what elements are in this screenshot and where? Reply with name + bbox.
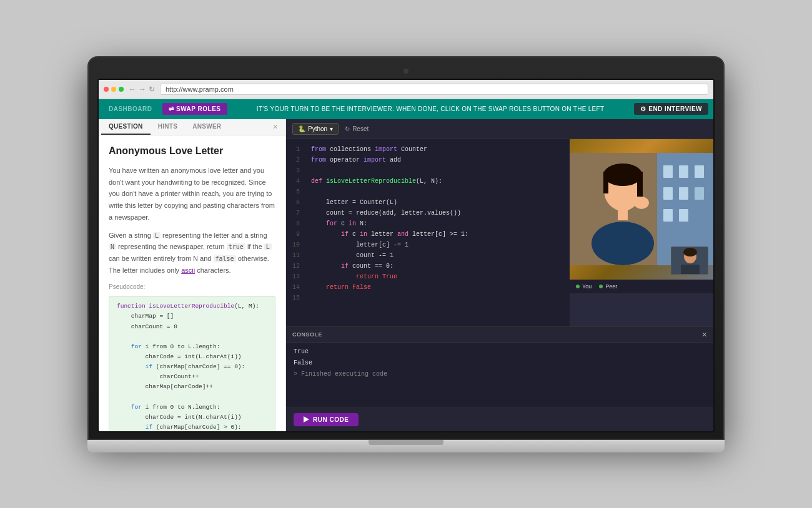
line-numbers: 123456789101112131415 xyxy=(286,144,306,321)
editor-main: 123456789101112131415 from collections i… xyxy=(286,139,713,326)
pseudocode-block: function isLoveLetterReproducible(L, M):… xyxy=(109,296,275,431)
inline-code-L2: L xyxy=(264,243,272,250)
svg-point-16 xyxy=(634,197,649,209)
peer-video-thumbnail xyxy=(671,247,708,275)
run-code-label: RUN CODE xyxy=(313,416,349,423)
console-line-1: True xyxy=(294,346,706,358)
code-area: 123456789101112131415 from collections i… xyxy=(286,139,570,326)
main-content: QUESTION HINTS ANSWER × Anonymous Love L… xyxy=(99,119,713,431)
swap-icon: ⇌ xyxy=(169,105,174,112)
console-panel: CONSOLE × True False > Finished executin… xyxy=(286,326,713,408)
question-body-p1: You have written an anonymous love lette… xyxy=(109,165,275,223)
refresh-icon[interactable]: ↻ xyxy=(149,85,155,94)
svg-point-11 xyxy=(603,164,642,186)
you-indicator xyxy=(576,285,580,288)
video-feed: You Peer xyxy=(570,139,713,326)
laptop-hinge xyxy=(369,440,443,445)
video-panel: You Peer xyxy=(570,139,713,326)
video-labels: You Peer xyxy=(570,280,713,293)
close-traffic-light[interactable] xyxy=(104,87,109,92)
video-main xyxy=(570,139,713,280)
pseudocode-label: Pseudocode: xyxy=(109,282,275,292)
editor-toolbar: 🐍 Python ▾ ↻ Reset xyxy=(286,119,713,139)
address-bar[interactable]: http://www.pramp.com xyxy=(160,84,708,95)
tab-hints[interactable]: HINTS xyxy=(151,119,186,135)
swap-roles-button[interactable]: ⇌ SWAP ROLES xyxy=(162,103,227,115)
back-icon[interactable]: ← xyxy=(129,85,136,94)
laptop-base xyxy=(87,440,725,452)
inline-code-N: N xyxy=(109,243,116,250)
dashboard-button[interactable]: DASHBOARD xyxy=(104,103,157,115)
question-tabs: QUESTION HINTS ANSWER × xyxy=(99,119,285,135)
play-icon xyxy=(304,416,309,423)
run-code-bar: RUN CODE xyxy=(286,408,713,431)
peer-svg xyxy=(671,247,708,275)
question-title: Anonymous Love Letter xyxy=(109,143,275,159)
question-panel: QUESTION HINTS ANSWER × Anonymous Love L… xyxy=(99,119,286,431)
laptop-camera xyxy=(404,69,408,74)
svg-rect-5 xyxy=(663,187,673,200)
browser-nav: ← → ↻ xyxy=(129,85,155,94)
tab-question[interactable]: QUESTION xyxy=(101,119,151,135)
console-line-2: False xyxy=(294,358,706,369)
svg-rect-2 xyxy=(663,165,673,178)
you-label: You xyxy=(576,283,592,290)
console-header: CONSOLE × xyxy=(286,327,713,343)
run-code-button[interactable]: RUN CODE xyxy=(294,413,359,426)
end-interview-label: END INTERVIEW xyxy=(648,105,702,112)
end-interview-button[interactable]: ⚙ END INTERVIEW xyxy=(634,103,708,115)
close-panel-icon[interactable]: × xyxy=(268,119,283,134)
forward-icon[interactable]: → xyxy=(139,85,146,94)
swap-roles-label: SWAP ROLES xyxy=(176,105,221,112)
inline-code-false: false xyxy=(214,255,236,262)
language-selector[interactable]: 🐍 Python ▾ xyxy=(292,123,339,135)
svg-rect-4 xyxy=(695,165,704,178)
question-content: Anonymous Love Letter You have written a… xyxy=(99,135,285,431)
tab-answer[interactable]: ANSWER xyxy=(185,119,229,135)
chevron-down-icon: ▾ xyxy=(330,125,333,132)
svg-rect-7 xyxy=(695,187,704,200)
top-bar-message: IT'S YOUR TURN TO BE THE INTERVIEWER. WH… xyxy=(232,105,629,112)
svg-point-14 xyxy=(592,222,654,265)
svg-rect-19 xyxy=(681,265,700,275)
language-label: Python xyxy=(308,125,327,132)
gear-icon: ⚙ xyxy=(640,105,646,112)
svg-rect-6 xyxy=(679,187,688,200)
svg-rect-8 xyxy=(663,209,673,222)
console-output: True False > Finished executing code xyxy=(286,343,713,408)
browser-chrome: ← → ↻ http://www.pramp.com xyxy=(99,80,713,99)
minimize-traffic-light[interactable] xyxy=(111,87,116,92)
app-container: DASHBOARD ⇌ SWAP ROLES IT'S YOUR TURN TO… xyxy=(99,99,713,431)
top-bar: DASHBOARD ⇌ SWAP ROLES IT'S YOUR TURN TO… xyxy=(99,99,713,119)
svg-point-20 xyxy=(683,248,697,256)
python-icon: 🐍 xyxy=(298,125,305,132)
refresh-icon: ↻ xyxy=(345,125,350,132)
peer-label: Peer xyxy=(599,283,617,290)
code-editor-area[interactable]: 123456789101112131415 from collections i… xyxy=(286,139,570,326)
svg-rect-9 xyxy=(679,209,688,222)
maximize-traffic-light[interactable] xyxy=(119,87,124,92)
reset-button[interactable]: ↻ Reset xyxy=(345,125,369,132)
laptop-wrapper: ← → ↻ http://www.pramp.com DASHBOARD ⇌ S… xyxy=(62,56,750,452)
peer-indicator xyxy=(599,285,603,288)
svg-rect-3 xyxy=(679,165,688,178)
svg-rect-13 xyxy=(637,172,643,197)
you-text: You xyxy=(582,283,592,290)
peer-text: Peer xyxy=(605,283,617,290)
traffic-lights xyxy=(104,87,124,92)
svg-rect-15 xyxy=(618,208,628,220)
inline-code-true: true xyxy=(227,243,245,250)
editor-panel: 🐍 Python ▾ ↻ Reset xyxy=(286,119,713,431)
console-label: CONSOLE xyxy=(292,331,322,338)
code-content: from collections import Counter from ope… xyxy=(306,144,570,321)
question-body-p2: Given a string L representing the letter… xyxy=(109,230,275,276)
ascii-link[interactable]: ascii xyxy=(181,266,195,274)
svg-rect-12 xyxy=(603,172,608,193)
console-line-3: > Finished executing code xyxy=(294,369,706,380)
console-close-icon[interactable]: × xyxy=(702,330,707,339)
inline-code-L: L xyxy=(153,232,161,239)
screen: ← → ↻ http://www.pramp.com DASHBOARD ⇌ S… xyxy=(97,79,715,432)
laptop-body: ← → ↻ http://www.pramp.com DASHBOARD ⇌ S… xyxy=(87,56,725,440)
reset-label: Reset xyxy=(352,125,369,132)
